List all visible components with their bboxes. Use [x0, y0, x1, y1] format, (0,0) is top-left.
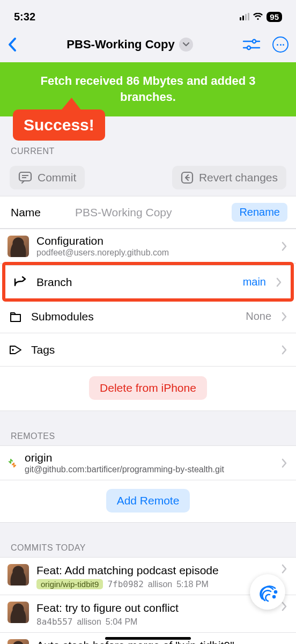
section-header-remotes: REMOTES	[0, 411, 296, 445]
page-title: PBS-Working Copy	[66, 38, 174, 52]
status-bar: 5:32 95	[0, 0, 296, 30]
svg-point-10	[275, 591, 277, 593]
branch-icon	[13, 276, 29, 289]
chevron-right-icon	[281, 241, 287, 251]
remote-url: git@github.com:bartificer/programming-by…	[25, 465, 273, 474]
commit-row[interactable]: Feat: try to figure out conflict 8a4b557…	[0, 595, 296, 633]
wifi-icon	[253, 13, 263, 20]
remote-origin-row[interactable]: origin git@github.com:bartificer/program…	[0, 445, 296, 480]
title-dropdown[interactable]	[179, 38, 193, 52]
revert-button[interactable]: Revert changes	[172, 166, 286, 189]
branch-highlight: Branch main	[2, 262, 294, 302]
submodules-title: Submodules	[31, 310, 238, 323]
remote-name: origin	[25, 451, 273, 464]
avatar	[8, 602, 29, 623]
delete-button[interactable]: Delete from iPhone	[89, 376, 207, 400]
chevron-right-icon	[276, 277, 282, 287]
configuration-row[interactable]: Configuration podfeet@users.noreply.gith…	[0, 229, 296, 264]
branch-chip: origin/wip-tidbit9	[36, 579, 103, 589]
chevron-down-icon	[182, 42, 190, 47]
avatar	[8, 236, 29, 257]
chevron-right-icon	[281, 458, 287, 468]
commit-hash: 7fb0982	[107, 579, 143, 589]
tags-title: Tags	[31, 343, 273, 356]
commit-time: 5:18 PM	[176, 580, 209, 589]
add-remote-button[interactable]: Add Remote	[106, 489, 190, 513]
chevron-right-icon	[281, 564, 287, 574]
svg-point-1	[253, 40, 256, 43]
svg-point-9	[273, 596, 275, 598]
tag-icon	[8, 344, 24, 356]
commit-button[interactable]: Commit	[10, 166, 85, 189]
chevron-right-icon	[281, 312, 287, 321]
current-actions: Commit Revert changes	[0, 160, 296, 196]
name-label: Name	[11, 206, 75, 219]
commit-icon	[18, 171, 32, 184]
more-button[interactable]	[272, 36, 288, 53]
name-value: PBS-Working Copy	[75, 206, 232, 219]
submodules-row[interactable]: Submodules None	[0, 300, 296, 333]
commit-title: Feat: Add matching podcast episode	[36, 564, 273, 577]
branch-title: Branch	[36, 276, 235, 289]
delete-row: Delete from iPhone	[0, 367, 296, 411]
success-annotation: Success!	[13, 109, 105, 141]
back-button[interactable]	[8, 37, 17, 52]
avatar	[8, 564, 29, 586]
commit-time: 5:04 PM	[106, 617, 138, 627]
submodules-icon	[8, 310, 24, 323]
commit-title: Feat: try to figure out conflict	[36, 602, 273, 614]
svg-point-8	[12, 349, 14, 351]
commit-author: allison	[148, 580, 172, 589]
name-row: Name PBS-Working Copy Rename	[0, 196, 296, 229]
status-time: 5:32	[14, 11, 35, 23]
status-indicators: 95	[240, 12, 282, 22]
commit-hash: 8a4b557	[36, 617, 72, 627]
fingerprint-icon	[256, 581, 279, 603]
branch-row[interactable]: Branch main	[5, 265, 291, 298]
branch-value: main	[243, 276, 266, 288]
fingerprint-button[interactable]	[250, 574, 285, 610]
home-indicator[interactable]	[105, 637, 191, 640]
tags-row[interactable]: Tags	[0, 333, 296, 367]
svg-point-3	[247, 46, 250, 49]
config-title: Configuration	[36, 235, 273, 247]
battery-icon: 95	[267, 12, 282, 22]
section-header-commits: COMMITS TODAY	[0, 523, 296, 557]
nav-bar: PBS-Working Copy	[0, 30, 296, 62]
svg-rect-4	[19, 172, 31, 181]
commit-title: Auto stash before merge of "wip-tidbit9"…	[36, 639, 287, 644]
avatar	[8, 639, 29, 644]
submodules-value: None	[246, 310, 271, 323]
chevron-right-icon	[281, 602, 287, 611]
add-remote-row: Add Remote	[0, 480, 296, 523]
settings-sliders-button[interactable]	[242, 38, 261, 51]
sliders-icon	[242, 38, 261, 51]
config-email: podfeet@users.noreply.github.com	[36, 248, 273, 258]
cellular-icon	[240, 13, 249, 20]
revert-icon	[181, 171, 194, 184]
commit-author: allison	[77, 617, 101, 627]
chevron-right-icon	[281, 345, 287, 355]
remote-icon	[8, 458, 17, 468]
fetch-banner: Fetch received 86 Mbytes and added 3 bra…	[0, 62, 296, 116]
rename-button[interactable]: Rename	[232, 203, 287, 222]
